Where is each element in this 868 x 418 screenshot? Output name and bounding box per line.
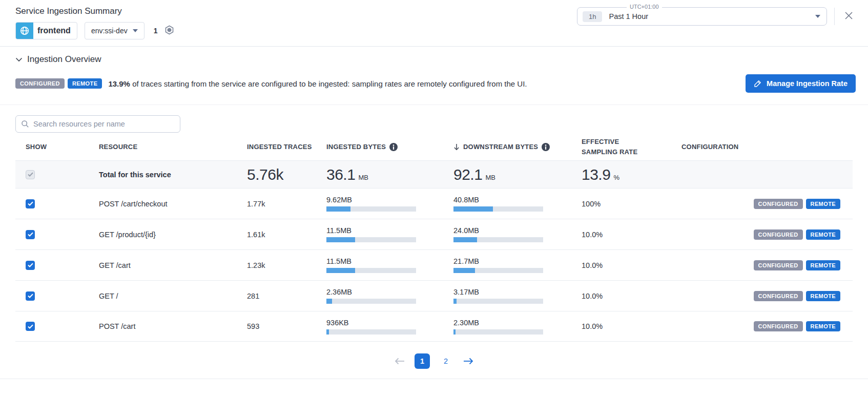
- resource-name: POST /cart/checkout: [89, 200, 237, 208]
- remote-badge: REMOTE: [806, 321, 840, 331]
- total-traces: 5.76k: [237, 166, 316, 183]
- col-downstream-bytes[interactable]: DOWNSTREAM BYTES: [443, 142, 571, 152]
- pagination: 1 2: [0, 353, 868, 369]
- page-button-2[interactable]: 2: [438, 353, 453, 369]
- search-box: [15, 115, 180, 133]
- sort-descending-icon: [453, 143, 460, 151]
- ingested-traces-value: 281: [237, 292, 316, 300]
- ingested-traces-value: 1.23k: [237, 261, 316, 269]
- search-row: [0, 105, 868, 133]
- page-title: Service Ingestion Summary: [15, 6, 174, 16]
- header-right: UTC+01:00 1h Past 1 Hour: [577, 7, 856, 26]
- configured-badge: CONFIGURED: [754, 229, 803, 240]
- row-checkbox[interactable]: [26, 291, 35, 301]
- configured-badge: CONFIGURED: [754, 260, 803, 270]
- pencil-icon: [754, 79, 762, 88]
- time-range-picker[interactable]: UTC+01:00 1h Past 1 Hour: [577, 7, 827, 26]
- remote-badge: REMOTE: [806, 260, 840, 270]
- summary-text: 13.9% of traces starting from the servic…: [108, 79, 527, 88]
- col-configuration: CONFIGURATION: [671, 142, 853, 152]
- search-input[interactable]: [33, 120, 175, 128]
- sampling-rate-value: 100%: [571, 200, 671, 208]
- info-icon[interactable]: [389, 143, 398, 151]
- search-icon: [21, 120, 29, 128]
- ingested-traces-value: 593: [237, 322, 316, 330]
- configuration-cell: CONFIGURED REMOTE: [671, 229, 853, 240]
- sampling-rate-value: 10.0%: [571, 292, 671, 300]
- remote-badge: REMOTE: [806, 199, 840, 209]
- header-divider: [834, 8, 835, 25]
- resources-table: SHOW RESOURCE INGESTED TRACES INGESTED B…: [15, 133, 853, 342]
- configuration-cell: CONFIGURED REMOTE: [671, 321, 853, 331]
- manage-ingestion-rate-button[interactable]: Manage Ingestion Rate: [746, 74, 856, 93]
- ingested-bytes-cell: 936KB: [316, 319, 443, 335]
- ingestion-overview-toggle[interactable]: Ingestion Overview: [0, 47, 868, 65]
- service-pill[interactable]: frontend: [15, 22, 77, 39]
- configuration-cell: CONFIGURED REMOTE: [671, 199, 853, 209]
- section-title: Ingestion Overview: [27, 54, 101, 65]
- downstream-bar: [453, 299, 543, 304]
- next-page-button[interactable]: [462, 357, 475, 366]
- bytes-bar: [326, 237, 416, 242]
- sampling-rate-value: 10.0%: [571, 322, 671, 330]
- bytes-bar: [326, 268, 416, 273]
- panel-header: Service Ingestion Summary frontend env:s…: [0, 0, 868, 39]
- bytes-bar: [326, 299, 416, 304]
- resource-name: GET /product/{id}: [89, 231, 237, 239]
- ingested-traces-value: 1.61k: [237, 231, 316, 239]
- ingested-bytes-cell: 11.5MB: [316, 226, 443, 242]
- instance-count: 1: [154, 27, 158, 35]
- ingested-traces-value: 1.77k: [237, 200, 316, 208]
- remote-badge: REMOTE: [68, 78, 102, 89]
- sampling-rate-value: 10.0%: [571, 231, 671, 239]
- configuration-cell: CONFIGURED REMOTE: [671, 291, 853, 301]
- bytes-bar: [326, 206, 416, 212]
- row-checkbox[interactable]: [26, 230, 35, 239]
- ingested-bytes-cell: 11.5MB: [316, 257, 443, 273]
- table-row: GET /product/{id} 1.61k 11.5MB 24.0MB 10…: [15, 219, 853, 249]
- configured-badge: CONFIGURED: [754, 321, 803, 331]
- chevron-down-icon: [133, 29, 138, 32]
- sampling-rate-value: 10.0%: [571, 261, 671, 269]
- bottom-divider: [0, 379, 868, 379]
- table-row: POST /cart 593 936KB 2.30MB 10.0% CONFIG…: [15, 311, 853, 342]
- downstream-bytes-cell: 24.0MB: [443, 226, 571, 242]
- header-left: Service Ingestion Summary frontend env:s…: [15, 6, 174, 39]
- table-row: POST /cart/checkout 1.77k 9.62MB 40.8MB …: [15, 188, 853, 219]
- total-downstream: 92.1MB: [443, 166, 571, 183]
- row-checkbox[interactable]: [26, 199, 35, 208]
- row-checkbox[interactable]: [26, 261, 35, 270]
- info-icon[interactable]: [542, 143, 550, 151]
- ingested-bytes-cell: 9.62MB: [316, 196, 443, 212]
- overview-summary-row: CONFIGURED REMOTE 13.9% of traces starti…: [0, 74, 868, 93]
- resource-name: POST /cart: [89, 322, 237, 330]
- prev-page-button[interactable]: [393, 357, 406, 366]
- total-checkbox: [26, 170, 35, 179]
- table-row: GET / 281 2.36MB 3.17MB 10.0% CONFIGURED…: [15, 280, 853, 311]
- table-row: GET /cart 1.23k 11.5MB 21.7MB 10.0% CONF…: [15, 249, 853, 280]
- row-checkbox[interactable]: [26, 322, 35, 331]
- page-button-1[interactable]: 1: [415, 353, 430, 369]
- downstream-bytes-cell: 2.30MB: [443, 319, 571, 335]
- downstream-bar: [453, 206, 543, 212]
- total-row: Total for this service 5.76k 36.1MB 92.1…: [15, 160, 853, 188]
- downstream-bar: [453, 329, 543, 335]
- globe-icon: [16, 22, 33, 39]
- col-ingested-bytes: INGESTED BYTES: [316, 142, 443, 152]
- total-bytes: 36.1MB: [316, 166, 443, 183]
- downstream-bytes-cell: 3.17MB: [443, 288, 571, 304]
- bytes-bar: [326, 329, 416, 335]
- chevron-down-icon: [815, 15, 820, 18]
- col-show: SHOW: [15, 142, 89, 152]
- env-filter-dropdown[interactable]: env:ssi-dev: [85, 22, 144, 39]
- downstream-bar: [453, 237, 543, 242]
- col-resource: RESOURCE: [89, 142, 237, 152]
- timezone-label: UTC+01:00: [627, 4, 662, 10]
- close-icon: [844, 11, 854, 20]
- resource-name: GET /: [89, 292, 237, 300]
- downstream-bytes-cell: 21.7MB: [443, 257, 571, 273]
- col-effective-sampling-rate: EFFECTIVE SAMPLING RATE: [571, 137, 648, 157]
- close-button[interactable]: [842, 9, 856, 24]
- total-sampling-rate: 13.9%: [571, 166, 671, 183]
- col-ingested-traces: INGESTED TRACES: [237, 142, 316, 152]
